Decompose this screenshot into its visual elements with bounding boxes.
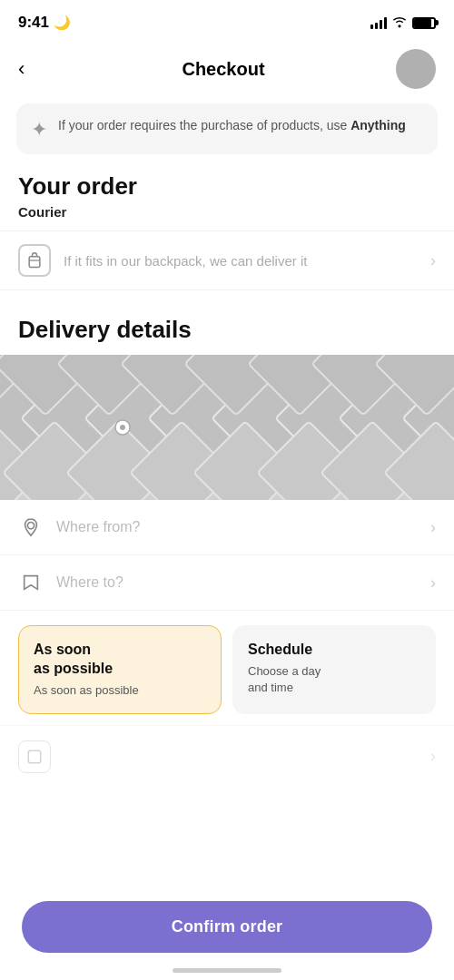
delivery-section: Delivery details xyxy=(0,316,454,788)
courier-description: If it fits in our backpack, we can deliv… xyxy=(64,251,430,270)
map-view[interactable] xyxy=(0,355,454,500)
where-to-placeholder: Where to? xyxy=(56,574,430,591)
where-to-row[interactable]: Where to? › xyxy=(0,555,454,611)
chevron-right-icon: › xyxy=(430,518,436,537)
schedule-option[interactable]: Schedule Choose a dayand time xyxy=(232,625,436,714)
svg-marker-30 xyxy=(25,576,38,590)
info-banner: ✦ If your order requires the purchase of… xyxy=(16,103,438,154)
status-icons xyxy=(370,15,436,31)
svg-rect-0 xyxy=(29,257,40,268)
courier-row[interactable]: If it fits in our backpack, we can deliv… xyxy=(0,230,454,290)
confirm-order-button[interactable]: Confirm order xyxy=(22,901,432,953)
chevron-right-icon: › xyxy=(430,747,436,766)
chevron-right-icon: › xyxy=(430,251,436,270)
schedule-label: Schedule xyxy=(248,641,420,660)
status-time: 9:41 xyxy=(18,14,49,32)
star-icon: ✦ xyxy=(31,118,47,142)
home-indicator xyxy=(173,968,281,973)
origin-icon xyxy=(18,514,44,540)
asap-label: As soonas possible xyxy=(34,641,206,679)
page-title: Checkout xyxy=(182,59,264,80)
confirm-button-wrapper: Confirm order xyxy=(0,890,454,980)
info-banner-text: If your order requires the purchase of p… xyxy=(58,116,406,135)
delivery-title: Delivery details xyxy=(0,316,454,344)
svg-point-29 xyxy=(27,523,34,529)
schedule-desc: Choose a dayand time xyxy=(248,663,420,696)
destination-icon xyxy=(18,570,44,595)
your-order-section: Your order Courier If it fits in our bac… xyxy=(0,172,454,290)
moon-icon: 🌙 xyxy=(54,15,71,31)
add-item-row[interactable]: › xyxy=(0,725,454,788)
avatar[interactable] xyxy=(396,49,436,89)
map-graphic xyxy=(0,355,454,500)
courier-icon xyxy=(18,244,51,277)
chevron-right-icon: › xyxy=(430,573,436,593)
status-bar: 9:41 🌙 xyxy=(0,0,454,40)
asap-desc: As soon as possible xyxy=(34,682,206,699)
where-from-placeholder: Where from? xyxy=(56,519,430,535)
wifi-icon xyxy=(392,15,407,31)
courier-subtitle: Courier xyxy=(0,204,454,220)
asap-option[interactable]: As soonas possible As soon as possible xyxy=(18,625,222,714)
battery-icon xyxy=(412,17,436,29)
timing-options: As soonas possible As soon as possible S… xyxy=(0,611,454,714)
svg-point-28 xyxy=(120,425,125,430)
signal-bars-icon xyxy=(370,16,387,29)
backpack-icon xyxy=(25,251,44,270)
back-button[interactable]: ‹ xyxy=(18,57,51,81)
header: ‹ Checkout xyxy=(0,40,454,103)
your-order-title: Your order xyxy=(0,172,454,201)
svg-rect-31 xyxy=(28,750,41,763)
where-from-row[interactable]: Where from? › xyxy=(0,500,454,555)
add-item-icon xyxy=(18,740,51,773)
